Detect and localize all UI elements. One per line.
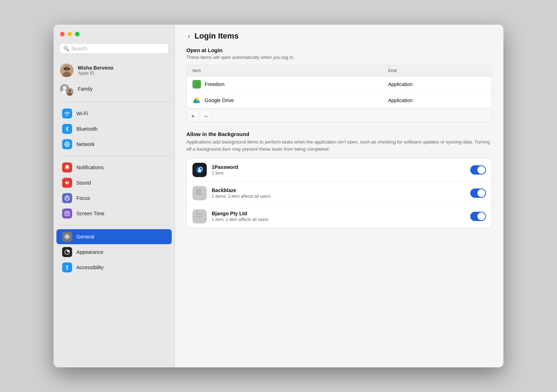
sidebar-item-bluetooth[interactable]: Bluetooth (56, 121, 172, 136)
svg-rect-37 (199, 192, 201, 195)
avatar (60, 64, 74, 77)
focus-label: Focus (76, 195, 90, 201)
onepassword-toggle[interactable] (470, 165, 486, 175)
accessibility-label: Accessibility (76, 265, 104, 270)
family-avatars (60, 82, 74, 96)
sidebar-item-sound[interactable]: Sound (56, 175, 172, 190)
sound-icon (62, 178, 72, 188)
sidebar-separator-1 (59, 102, 169, 102)
bjango-info: Bjango Pty Ltd 1 item: 1 item affects al… (212, 211, 470, 222)
network-label: Network (76, 141, 95, 147)
svg-rect-38 (202, 190, 203, 191)
svg-point-22 (67, 265, 68, 266)
minimize-button[interactable] (67, 32, 72, 36)
sidebar-item-network[interactable]: Network (56, 137, 172, 152)
close-button[interactable] (60, 32, 65, 36)
svg-rect-43 (199, 216, 201, 218)
page-title: Login Items (195, 31, 239, 41)
search-input[interactable] (71, 46, 165, 51)
open-at-login-title: Open at Login (186, 47, 492, 53)
gdrive-kind: Application (388, 97, 486, 103)
svg-point-10 (68, 89, 71, 92)
main-header: ‹ Login Items (175, 25, 503, 44)
notifications-label: Notifications (76, 165, 104, 170)
sidebar-item-screentime[interactable]: Screen Time (56, 206, 172, 221)
prefs-section: Notifications Sound (54, 158, 175, 223)
family-item[interactable]: Family (56, 80, 172, 98)
sidebar: 🔍 Misha Berveno (54, 25, 175, 367)
col-item-header: Item (192, 68, 388, 73)
gdrive-icon (192, 96, 201, 105)
svg-rect-3 (64, 68, 66, 70)
sidebar-item-wifi[interactable]: Wi-Fi (56, 106, 172, 121)
family-label: Family (78, 86, 92, 92)
gdrive-name: Google Drive (205, 97, 234, 103)
remove-item-button[interactable]: − (200, 111, 212, 122)
accessibility-icon (62, 262, 72, 272)
svg-point-7 (63, 86, 66, 90)
freedom-name: Freedom (205, 81, 225, 87)
backblaze-name: Backblaze (212, 187, 470, 193)
allow-background-subtitle: Applications add background items to per… (186, 139, 492, 152)
svg-rect-41 (199, 213, 201, 215)
background-items-list: 1 1Password 1 item (186, 158, 492, 228)
add-item-button[interactable]: + (187, 111, 200, 122)
freedom-icon: 🌿 (192, 80, 201, 89)
freedom-kind: Application (388, 81, 486, 87)
backblaze-detail: 2 items: 1 item affects all users (212, 194, 470, 199)
open-at-login-subtitle: These items will open automatically when… (186, 55, 492, 60)
titlebar (54, 25, 175, 43)
system-section: General Appearance Acces (54, 227, 175, 277)
svg-text:🌿: 🌿 (195, 81, 200, 87)
back-button[interactable]: ‹ (186, 30, 192, 41)
svg-rect-35 (199, 190, 201, 192)
table-row[interactable]: 🌿 Freedom Application (187, 76, 492, 92)
svg-point-15 (66, 236, 68, 238)
list-item[interactable]: 1 1Password 1 item (187, 159, 492, 182)
sidebar-item-accessibility[interactable]: Accessibility (56, 260, 172, 275)
network-icon (62, 139, 72, 149)
login-items-table: Item Kind 🌿 Freedom (186, 65, 492, 109)
list-item[interactable]: Bjango Pty Ltd 1 item: 1 item affects al… (187, 205, 492, 228)
user-name: Misha Berveno (78, 65, 114, 71)
general-label: General (76, 234, 94, 240)
sidebar-item-general[interactable]: General (56, 229, 172, 244)
svg-rect-40 (196, 213, 198, 215)
sound-label: Sound (76, 180, 91, 186)
bjango-icon (192, 209, 207, 223)
onepassword-name: 1Password (212, 164, 470, 170)
sidebar-item-focus[interactable]: Focus (56, 191, 172, 206)
maximize-button[interactable] (75, 32, 80, 36)
gdrive-row-item: Google Drive (192, 96, 388, 105)
bjango-name: Bjango Pty Ltd (212, 211, 470, 216)
svg-rect-14 (65, 211, 69, 216)
svg-rect-39 (196, 195, 197, 197)
family-avatar-2 (66, 88, 74, 96)
general-icon (62, 232, 72, 242)
onepassword-detail: 1 item (212, 171, 470, 176)
bjango-toggle[interactable] (470, 212, 486, 221)
settings-window: 🔍 Misha Berveno (54, 25, 503, 367)
user-info: Misha Berveno Apple ID (78, 65, 114, 76)
wifi-label: Wi-Fi (76, 111, 88, 116)
list-item[interactable]: Backblaze 2 items: 1 item affects all us… (187, 182, 492, 205)
sidebar-separator-2 (59, 156, 169, 156)
sidebar-item-notifications[interactable]: Notifications (56, 160, 172, 175)
table-header: Item Kind (187, 65, 492, 76)
backblaze-toggle[interactable] (470, 189, 486, 198)
user-profile-item[interactable]: Misha Berveno Apple ID (56, 61, 172, 80)
search-bar[interactable]: 🔍 (59, 43, 169, 54)
allow-background-title: Allow in the Background (186, 131, 492, 137)
col-kind-header: Kind (388, 68, 486, 73)
user-subtitle: Apple ID (78, 71, 114, 76)
backblaze-icon (192, 186, 207, 200)
table-row[interactable]: Google Drive Application (187, 92, 492, 108)
table-toolbar: + − (186, 111, 492, 122)
bluetooth-label: Bluetooth (76, 126, 97, 132)
screentime-icon (62, 208, 72, 218)
sidebar-item-appearance[interactable]: Appearance (56, 245, 172, 260)
user-section: Misha Berveno Apple ID (54, 58, 175, 100)
allow-background-section: Allow in the Background Applications add… (186, 131, 492, 228)
svg-rect-4 (67, 68, 70, 70)
svg-rect-34 (196, 190, 198, 192)
